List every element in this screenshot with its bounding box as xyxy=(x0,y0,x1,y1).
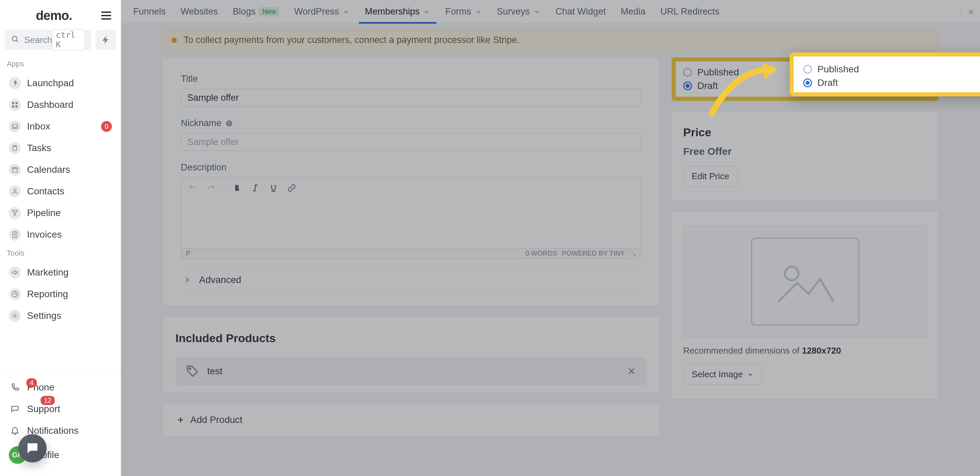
remove-product-button[interactable] xyxy=(627,366,636,376)
sidebar-item-contacts[interactable]: Contacts xyxy=(5,180,116,202)
search-icon xyxy=(11,35,20,45)
status-label: Draft xyxy=(818,77,838,88)
sidebar-item-invoices[interactable]: Invoices xyxy=(5,224,116,245)
sidebar-item-reporting[interactable]: Reporting xyxy=(5,283,116,305)
grid-icon xyxy=(9,99,21,111)
footer-phone[interactable]: Phone xyxy=(5,377,116,398)
invoice-icon xyxy=(9,229,21,241)
topbar: Funnels Websites BlogsNew WordPress Memb… xyxy=(121,0,980,24)
undo-button[interactable] xyxy=(185,180,201,196)
tab-forms[interactable]: Forms xyxy=(439,0,488,23)
sidebar-item-launchpad[interactable]: Launchpad xyxy=(5,72,116,94)
svg-line-15 xyxy=(255,185,256,191)
sidebar-item-inbox[interactable]: Inbox 0 xyxy=(5,116,116,137)
sidebar-item-marketing[interactable]: Marketing xyxy=(5,262,116,283)
tab-label: Chat Widget xyxy=(555,6,606,17)
svg-point-19 xyxy=(785,267,799,280)
status-draft-option-highlight[interactable]: Draft xyxy=(803,76,980,89)
help-chat-widget[interactable] xyxy=(18,434,47,462)
topbar-settings-button[interactable] xyxy=(960,5,974,19)
add-product-button[interactable]: Add Product xyxy=(176,414,646,425)
bold-button[interactable] xyxy=(229,180,245,196)
sidebar-item-pipeline[interactable]: Pipeline xyxy=(5,202,116,224)
chart-icon xyxy=(9,288,21,300)
title-field: Title xyxy=(181,74,641,107)
tab-label: URL Redirects xyxy=(660,6,719,17)
add-product-card: Add Product xyxy=(162,403,660,437)
tab-label: Websites xyxy=(181,6,218,17)
sidebar-item-tasks[interactable]: Tasks xyxy=(5,137,116,159)
bell-icon xyxy=(9,425,21,437)
select-image-button[interactable]: Select Image xyxy=(683,364,762,385)
resize-handle-icon[interactable] xyxy=(630,250,636,257)
payment-alert: To collect payments from your customers,… xyxy=(162,30,939,50)
collapse-sidebar-button[interactable] xyxy=(101,8,116,23)
nickname-input[interactable] xyxy=(181,133,641,151)
nav-label: Pipeline xyxy=(27,208,61,218)
editor-statusbar: P 0 WORDS POWERED BY TINY xyxy=(181,248,641,259)
edit-price-button[interactable]: Edit Price xyxy=(683,166,738,186)
status-published-option-highlight[interactable]: Published xyxy=(803,62,980,76)
logo-row: demo. xyxy=(0,0,121,27)
help-icon[interactable]: ? xyxy=(226,120,233,127)
image-note: Recommended dimensions of 1280x720 xyxy=(683,345,927,356)
tab-funnels[interactable]: Funnels xyxy=(127,0,172,23)
advanced-toggle[interactable]: Advanced xyxy=(181,266,641,294)
btn-label: Edit Price xyxy=(692,171,729,181)
toolbar-separator xyxy=(224,182,224,194)
tab-media[interactable]: Media xyxy=(614,0,652,23)
nav-label: Marketing xyxy=(27,267,68,278)
nav-scroller[interactable]: Apps Launchpad Dashboard Inbox 0 Tasks C… xyxy=(0,56,121,371)
editor-word-count: 0 WORDS xyxy=(526,250,557,257)
clipboard-icon xyxy=(9,142,21,154)
tab-url-redirects[interactable]: URL Redirects xyxy=(654,0,725,23)
title-input[interactable] xyxy=(181,89,641,107)
tab-blogs[interactable]: BlogsNew xyxy=(227,0,286,23)
brand-logo: demo. xyxy=(7,8,101,23)
description-editor[interactable] xyxy=(181,198,641,248)
columns: Title Nickname ? Description xyxy=(162,57,939,437)
image-dropzone[interactable] xyxy=(683,226,927,337)
product-chip: test xyxy=(175,357,647,385)
nickname-label: Nickname ? xyxy=(181,118,641,129)
tab-surveys[interactable]: Surveys xyxy=(491,0,547,23)
nav-label: Tasks xyxy=(27,143,51,153)
status-label: Draft xyxy=(697,80,718,91)
tab-label: WordPress xyxy=(294,6,339,17)
search-input[interactable]: Search ctrl K xyxy=(5,30,91,50)
footer-notifications[interactable]: Notifications xyxy=(5,420,116,441)
tab-label: Media xyxy=(620,6,646,17)
plus-icon xyxy=(176,416,185,424)
chevron-down-icon xyxy=(747,371,754,378)
underline-button[interactable] xyxy=(266,180,282,196)
tab-memberships[interactable]: Memberships xyxy=(359,0,436,23)
nav-label: Launchpad xyxy=(27,78,74,89)
image-card: Recommended dimensions of 1280x720 Selec… xyxy=(671,211,939,399)
note-dimensions: 1280x720 xyxy=(802,345,841,356)
tab-chat-widget[interactable]: Chat Widget xyxy=(549,0,612,23)
editor-powered-by: POWERED BY TINY xyxy=(562,250,625,257)
calendar-icon xyxy=(9,164,21,176)
tab-label: Surveys xyxy=(497,6,530,17)
svg-text:?: ? xyxy=(228,121,230,126)
included-products-card: Included Products test xyxy=(162,317,660,393)
footer-support[interactable]: Support xyxy=(5,398,116,420)
tab-wordpress[interactable]: WordPress xyxy=(288,0,356,23)
italic-button[interactable] xyxy=(247,180,263,196)
sidebar-item-settings[interactable]: Settings xyxy=(5,305,116,326)
nav-label: Reporting xyxy=(27,289,68,299)
redo-button[interactable] xyxy=(203,180,219,196)
sidebar-item-dashboard[interactable]: Dashboard xyxy=(5,94,116,116)
svg-rect-2 xyxy=(12,102,14,104)
product-name: test xyxy=(207,366,223,377)
sidebar-item-calendars[interactable]: Calendars xyxy=(5,159,116,180)
tab-websites[interactable]: Websites xyxy=(175,0,224,23)
link-button[interactable] xyxy=(284,180,300,196)
left-column: Title Nickname ? Description xyxy=(162,57,660,437)
svg-point-12 xyxy=(970,11,972,12)
editor-toolbar xyxy=(181,177,641,198)
sidebar: demo. Search ctrl K Apps Launchpad Dashb… xyxy=(0,0,121,476)
tag-icon xyxy=(186,365,199,378)
quick-actions-button[interactable] xyxy=(95,30,116,50)
radio-icon xyxy=(803,78,812,87)
